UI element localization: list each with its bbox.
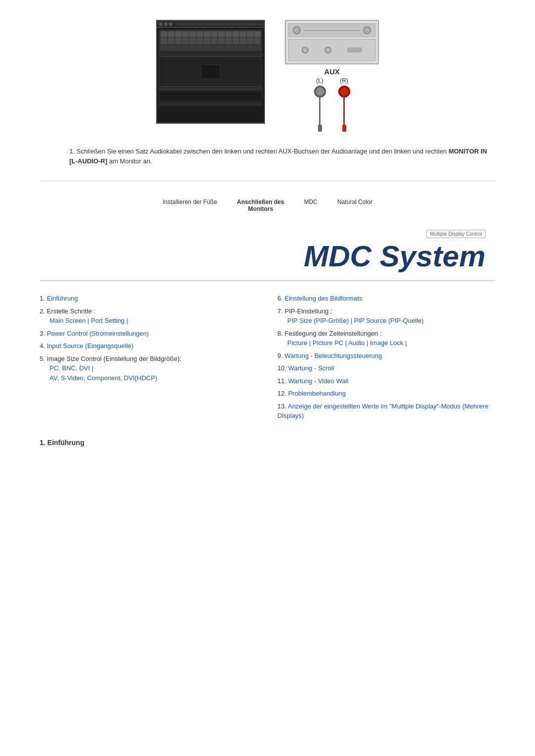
top-images-section: AUX (L) (R) <box>40 20 495 132</box>
toc-link-11[interactable]: Wartung - Video Wall <box>288 377 349 385</box>
monitor-device-image <box>156 20 265 124</box>
tab-natural-color[interactable]: Natural Color <box>337 199 373 212</box>
toc-item-11: 11. Wartung - Video Wall <box>277 376 495 386</box>
multiple-display-label: Multiple Display Control <box>427 230 485 238</box>
toc-link-6[interactable]: Einstellung des Bildformats <box>284 295 362 302</box>
toc-link-pip-size[interactable]: PIP Size (PIP-Größe) <box>287 317 349 324</box>
toc-item-1: 1. Einführung <box>40 294 258 303</box>
toc-item-5: 5. Image Size Control (Einstellung der B… <box>40 354 258 383</box>
toc-item-9: 9. Wartung - Beleuchtungssteuerung <box>277 351 495 361</box>
toc-link-13[interactable]: Anzeige der eingestellten Werte im "Mult… <box>277 403 488 420</box>
toc-item-3: 3. Power Control (Stromeinstellungen) <box>40 329 258 339</box>
instruction-section: 1. Schließen Sie einen Satz Audiokabel z… <box>69 147 495 166</box>
toc-link-5b[interactable]: AV, S-Video, Component, DVI(HDCP) <box>50 374 157 382</box>
toc-link-audio[interactable]: Audio <box>348 339 365 347</box>
toc-item-8: 8. Festlegung der Zeiteinstellungen : Pi… <box>277 329 495 348</box>
toc-sub-2: Main Screen | Port Setting | <box>50 316 258 326</box>
toc-link-image-lock[interactable]: Image Lock <box>370 339 403 347</box>
toc-item-6: 6. Einstellung des Bildformats <box>277 294 495 303</box>
toc-item-13: 13. Anzeige der eingestellten Werte im "… <box>277 402 495 421</box>
toc-sub-5a: PC, BNC, DVI | <box>50 363 258 373</box>
page-container: AUX (L) (R) <box>0 0 535 466</box>
divider-2 <box>40 280 495 281</box>
toc-link-port-setting[interactable]: Port Setting <box>91 317 125 324</box>
toc-sub-7: PIP Size (PIP-Größe) | PIP Source (PIP-Q… <box>287 316 495 326</box>
toc-sub-8: Picture | Picture PC | Audio | Image Loc… <box>287 338 495 348</box>
toc-item-7: 7. PIP-Einstellung : PIP Size (PIP-Größe… <box>277 306 495 326</box>
tab-anschliessen[interactable]: Anschließen desMonitors <box>237 199 284 212</box>
toc-item-10: 10. Wartung - Scroll <box>277 363 495 373</box>
toc-link-10[interactable]: Wartung - Scroll <box>288 364 334 372</box>
divider-1 <box>40 181 495 181</box>
toc-sub-5b: AV, S-Video, Component, DVI(HDCP) <box>50 373 258 383</box>
toc-link-4[interactable]: Input Source (Eingangsquelle) <box>47 342 133 350</box>
toc-item-4: 4. Input Source (Eingangsquelle) <box>40 341 258 351</box>
tab-mdc[interactable]: MDC <box>304 199 318 212</box>
toc-link-9[interactable]: Wartung - Beleuchtungssteuerung <box>284 352 382 359</box>
toc-left: 1. Einführung 2. Erstelle Schritte : Mai… <box>40 294 258 424</box>
instruction-end: am Monitor an. <box>107 157 152 165</box>
toc-section: 1. Einführung 2. Erstelle Schritte : Mai… <box>40 294 495 424</box>
aux-text-label: AUX <box>324 67 340 76</box>
toc-link-pip-source[interactable]: PIP Source (PIP-Quelle) <box>354 317 424 324</box>
tab-installieren[interactable]: Installieren der Füße <box>162 199 217 212</box>
toc-right: 6. Einstellung des Bildformats 7. PIP-Ei… <box>277 294 495 424</box>
toc-link-5a[interactable]: PC, BNC, DVI <box>50 364 90 372</box>
toc-link-picture[interactable]: Picture <box>287 339 307 347</box>
toc-link-main-screen[interactable]: Main Screen <box>50 317 86 324</box>
toc-link-12[interactable]: Problembehandlung <box>288 390 346 397</box>
toc-item-12: 12. Problembehandlung <box>277 389 495 399</box>
instruction-text: 1. Schließen Sie einen Satz Audiokabel z… <box>69 147 495 166</box>
toc-item-2: 2. Erstelle Schritte : Main Screen | Por… <box>40 306 258 326</box>
instruction-number: 1. <box>69 148 75 155</box>
toc-link-picture-pc[interactable]: Picture PC <box>313 339 343 347</box>
toc-link-1[interactable]: Einführung <box>47 295 78 302</box>
mdc-system-title: MDC System <box>304 240 485 273</box>
instruction-main-text: Schließen Sie einen Satz Audiokabel zwis… <box>76 148 448 155</box>
section-1-heading: 1. Einführung <box>40 439 495 447</box>
nav-tabs: Installieren der Füße Anschließen desMon… <box>40 191 495 220</box>
mdc-logo-section: Multiple Display Control MDC System <box>40 230 485 273</box>
aux-connector-image: AUX (L) (R) <box>285 20 379 132</box>
toc-link-3[interactable]: Power Control (Stromeinstellungen) <box>47 330 149 337</box>
aux-l-label: (L) <box>316 77 323 84</box>
aux-r-label: (R) <box>340 77 348 84</box>
